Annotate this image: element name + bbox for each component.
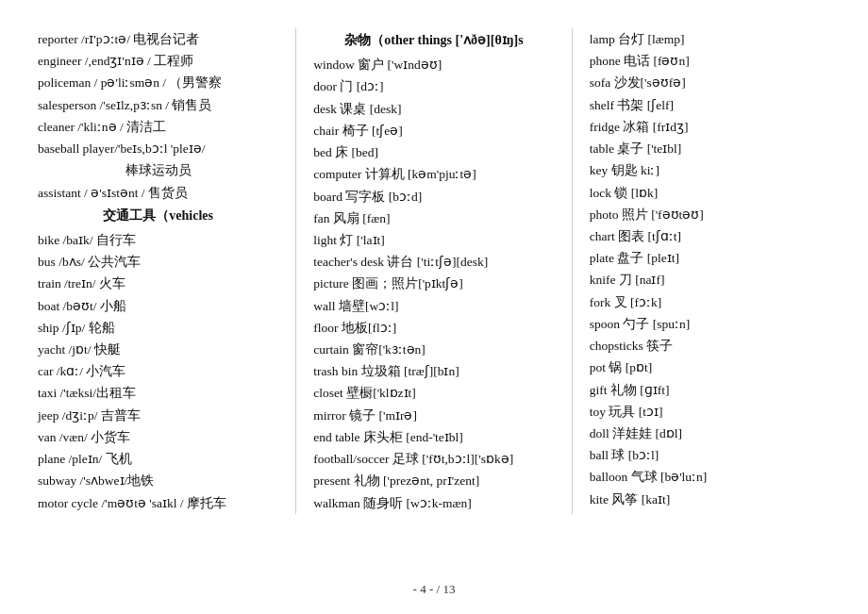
- list-item: cleaner /'kliːnə / 清洁工: [38, 116, 278, 138]
- list-item: light 灯 ['laɪt]: [313, 229, 554, 251]
- divider-2: [572, 28, 573, 514]
- list-item: closet 壁橱['klɒzɪt]: [313, 382, 554, 404]
- list-item: assistant / ə'sɪstənt / 售货员: [38, 182, 278, 204]
- columns-wrapper: reporter /rɪ'pɔːtə/ 电视台记者engineer /,endʒ…: [38, 28, 830, 514]
- list-item: plane /pleɪn/ 飞机: [38, 448, 278, 470]
- list-item: reporter /rɪ'pɔːtə/ 电视台记者: [38, 28, 278, 50]
- list-item: knife 刀 [naɪf]: [590, 269, 830, 290]
- list-item: shelf 书架 [ʃelf]: [590, 94, 830, 116]
- column-2: 杂物（other things ['ʌðə][θɪŋ]swindow 窗户 ['…: [304, 28, 563, 514]
- column-1: reporter /rɪ'pɔːtə/ 电视台记者engineer /,endʒ…: [38, 28, 288, 514]
- list-item: computer 计算机 [kəm'pjuːtə]: [313, 163, 554, 185]
- list-item: gift 礼物 [ɡɪft]: [590, 379, 830, 401]
- list-item: fridge 冰箱 [frɪdʒ]: [590, 116, 830, 138]
- list-item: ball 球 [bɔːl]: [590, 444, 830, 466]
- list-item: ship /ʃɪp/ 轮船: [38, 317, 278, 339]
- list-item: train /treɪn/ 火车: [38, 273, 278, 294]
- list-item: motor cycle /'məʊtə 'saɪkl / 摩托车: [38, 492, 278, 514]
- list-item: spoon 勺子 [spuːn]: [590, 313, 830, 335]
- list-item: floor 地板[flɔː]: [313, 317, 554, 339]
- list-item: salesperson /'seɪlz,pɜːsn / 销售员: [38, 94, 278, 116]
- list-item: doll 洋娃娃 [dɒl]: [590, 423, 830, 444]
- list-item: curtain 窗帘['kɜːtən]: [313, 339, 554, 360]
- list-item: present 礼物 ['prezənt, prɪ'zent]: [313, 470, 554, 491]
- footer-text: - 4 - / 13: [413, 582, 456, 596]
- list-item: bike /baɪk/ 自行车: [38, 229, 278, 251]
- list-item: phone 电话 [fəʊn]: [590, 50, 830, 72]
- list-item: fan 风扇 [fæn]: [313, 207, 554, 229]
- list-item: subway /'sʌbweɪ/地铁: [38, 470, 278, 491]
- list-item: 棒球运动员: [38, 159, 278, 181]
- divider-1: [295, 28, 296, 514]
- list-item: chart 图表 [tʃɑːt]: [590, 225, 830, 247]
- list-item: football/soccer 足球 ['fʊt,bɔːl]['sɒkə]: [313, 448, 554, 470]
- list-item: baseball player/'beɪs,bɔːl 'pleɪə/: [38, 138, 278, 159]
- list-item: board 写字板 [bɔːd]: [313, 186, 554, 207]
- list-item: sofa 沙发['səʊfə]: [590, 72, 830, 93]
- list-item: policeman / pə'liːsmən / （男警察: [38, 72, 278, 93]
- list-item: plate 盘子 [pleɪt]: [590, 247, 830, 269]
- list-item: key 钥匙 kiː]: [590, 159, 830, 181]
- list-item: photo 照片 ['fəʊtəʊ]: [590, 204, 830, 225]
- list-item: jeep /dʒiːp/ 吉普车: [38, 405, 278, 426]
- list-item: desk 课桌 [desk]: [313, 98, 554, 120]
- list-item: kite 风筝 [kaɪt]: [590, 489, 830, 510]
- list-item: car /kɑː/ 小汽车: [38, 360, 278, 382]
- list-item: trash bin 垃圾箱 [træʃ][bɪn]: [313, 360, 554, 382]
- list-item: pot 锅 [pɒt]: [590, 357, 830, 378]
- page-footer: - 4 - / 13: [0, 582, 868, 597]
- list-item: toy 玩具 [tɔɪ]: [590, 401, 830, 423]
- list-item: 杂物（other things ['ʌðə][θɪŋ]s: [313, 28, 554, 52]
- list-item: walkman 随身听 [wɔːk-mæn]: [313, 492, 554, 514]
- list-item: engineer /,endʒɪ'nɪə / 工程师: [38, 50, 278, 72]
- list-item: end table 床头柜 [end-'teɪbl]: [313, 426, 554, 448]
- list-item: van /væn/ 小货车: [38, 426, 278, 448]
- list-item: door 门 [dɔː]: [313, 75, 554, 97]
- list-item: table 桌子 ['teɪbl]: [590, 138, 830, 159]
- list-item: lock 锁 [lɒk]: [590, 182, 830, 204]
- list-item: wall 墙壁[wɔːl]: [313, 295, 554, 317]
- column-3: lamp 台灯 [læmp]phone 电话 [fəʊn]sofa 沙发['sə…: [580, 28, 830, 514]
- list-item: 交通工具（vehicles: [38, 204, 278, 227]
- list-item: yacht /jɒt/ 快艇: [38, 339, 278, 360]
- list-item: chair 椅子 [tʃeə]: [313, 120, 554, 141]
- list-item: teacher's desk 讲台 ['tiːtʃə][desk]: [313, 251, 554, 273]
- list-item: mirror 镜子 ['mɪrə]: [313, 405, 554, 426]
- list-item: window 窗户 ['wɪndəʊ]: [313, 54, 554, 75]
- list-item: boat /bəʊt/ 小船: [38, 295, 278, 317]
- list-item: chopsticks 筷子: [590, 335, 830, 357]
- list-item: fork 叉 [fɔːk]: [590, 291, 830, 313]
- list-item: taxi /'tæksi/出租车: [38, 382, 278, 404]
- page: reporter /rɪ'pɔːtə/ 电视台记者engineer /,endʒ…: [0, 0, 868, 614]
- list-item: bus /bʌs/ 公共汽车: [38, 251, 278, 273]
- list-item: bed 床 [bed]: [313, 141, 554, 163]
- list-item: lamp 台灯 [læmp]: [590, 28, 830, 50]
- list-item: picture 图画；照片['pɪktʃə]: [313, 273, 554, 294]
- list-item: balloon 气球 [bə'luːn]: [590, 466, 830, 488]
